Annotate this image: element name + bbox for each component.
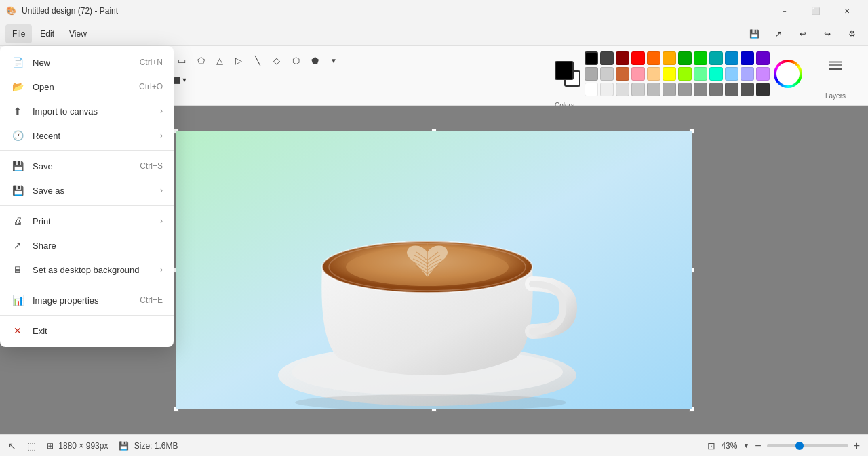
exit-label: Exit [33, 326, 163, 336]
new-label: New [33, 58, 132, 68]
menu-save[interactable]: 💾 Save Ctrl+S [0, 154, 174, 178]
menu-open[interactable]: 📂 Open Ctrl+O [0, 75, 174, 99]
properties-shortcut: Ctrl+E [140, 295, 163, 305]
file-menu: 📄 New Ctrl+N 📂 Open Ctrl+O ⬆ Import to c… [0, 46, 174, 347]
saveas-arrow: › [160, 186, 163, 195]
properties-icon: 📊 [11, 293, 24, 307]
import-label: Import to canvas [33, 106, 152, 117]
new-shortcut: Ctrl+N [140, 58, 163, 67]
print-arrow: › [160, 216, 163, 226]
menu-print[interactable]: 🖨 Print › [0, 209, 174, 233]
properties-label: Image properties [33, 295, 132, 306]
open-icon: 📂 [11, 80, 24, 94]
share-file-icon: ↗ [11, 239, 24, 252]
open-shortcut: Ctrl+O [139, 82, 163, 91]
menu-import[interactable]: ⬆ Import to canvas › [0, 99, 174, 123]
menu-desktop[interactable]: 🖥 Set as desktop background › [0, 257, 174, 282]
import-icon: ⬆ [11, 104, 24, 118]
saveas-icon: 💾 [11, 184, 24, 197]
divider-3 [0, 285, 174, 285]
desktop-icon: 🖥 [11, 263, 24, 276]
menu-new[interactable]: 📄 New Ctrl+N [0, 50, 174, 75]
menu-saveas[interactable]: 💾 Save as › [0, 178, 174, 203]
save-file-icon: 💾 [11, 159, 24, 173]
recent-icon: 🕐 [11, 129, 24, 142]
save-shortcut: Ctrl+S [140, 161, 163, 171]
divider-2 [0, 205, 174, 206]
menu-recent[interactable]: 🕐 Recent › [0, 123, 174, 148]
saveas-label: Save as [33, 186, 152, 196]
print-icon: 🖨 [11, 214, 24, 228]
desktop-label: Set as desktop background [33, 265, 152, 275]
import-arrow: › [160, 106, 163, 116]
open-label: Open [33, 82, 131, 92]
menu-share[interactable]: ↗ Share [0, 233, 174, 257]
new-icon: 📄 [11, 56, 24, 69]
divider-1 [0, 150, 174, 151]
desktop-arrow: › [160, 265, 163, 274]
recent-arrow: › [160, 131, 163, 140]
menu-properties[interactable]: 📊 Image properties Ctrl+E [0, 288, 174, 312]
recent-label: Recent [33, 131, 152, 141]
exit-icon: ✕ [11, 324, 24, 337]
save-label: Save [33, 161, 132, 171]
print-label: Print [33, 216, 152, 226]
menu-exit[interactable]: ✕ Exit [0, 318, 174, 343]
share-label: Share [33, 241, 163, 251]
divider-4 [0, 315, 174, 316]
